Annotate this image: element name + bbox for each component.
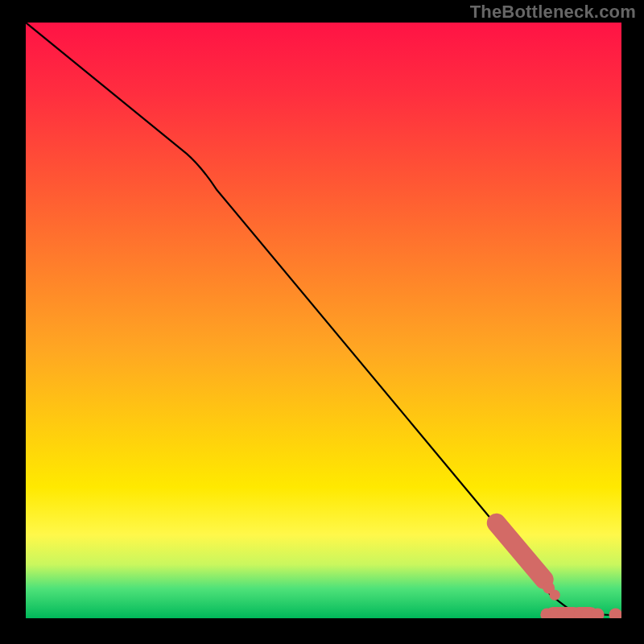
curve-marker-segment [497, 523, 544, 580]
curve-marker-dot [549, 589, 559, 600]
curve-marker-cluster [497, 523, 560, 601]
bottleneck-curve [26, 23, 621, 615]
plot-area [26, 23, 621, 618]
plot-overlay [26, 23, 621, 618]
chart-stage: TheBottleneck.com [0, 0, 644, 644]
bottom-marker-row [540, 608, 621, 618]
watermark-text: TheBottleneck.com [470, 2, 636, 23]
bottom-marker-dot [609, 608, 621, 618]
